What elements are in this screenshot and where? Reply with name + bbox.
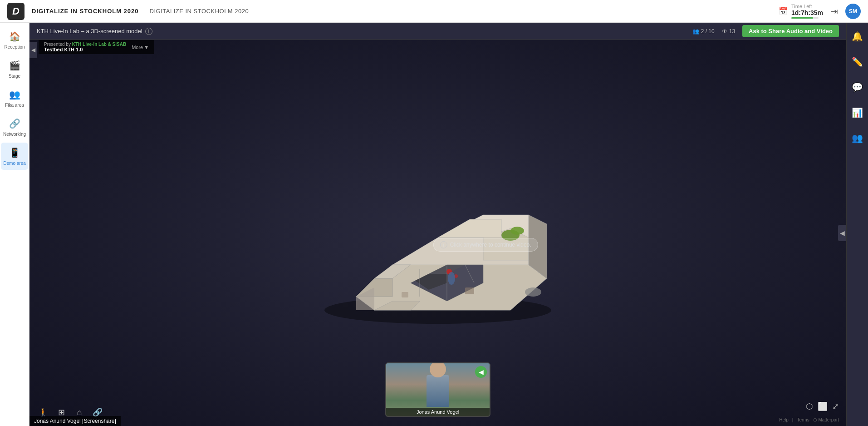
presented-by-text: Presented by KTH Live-In Lab & SISAB: [44, 42, 126, 47]
right-icon-chat[interactable]: 💬: [849, 79, 866, 95]
mute-button[interactable]: ◀: [475, 366, 487, 378]
video-speaker-name: Jonas Anund Vogel: [386, 408, 490, 416]
sidebar-item-stage[interactable]: 🎬 Stage: [1, 55, 28, 83]
fika-icon: 👥: [8, 88, 21, 101]
presenter-info: Presented by KTH Live-In Lab & SISAB Tes…: [44, 42, 126, 52]
sidebar-item-fika[interactable]: 👥 Fika area: [1, 84, 28, 112]
logo-letter: D: [12, 5, 20, 17]
networking-label: Networking: [3, 132, 26, 137]
left-sidebar: 🏠 Reception 🎬 Stage 👥 Fika area 🔗 Networ…: [0, 23, 29, 426]
model-name: Testbed KTH 1.0: [44, 47, 126, 52]
attendees-badge: 👥 2 / 10: [692, 28, 715, 35]
time-bar-fill: [791, 17, 813, 19]
exit-button[interactable]: ⇥: [830, 6, 838, 17]
logo: D: [7, 3, 25, 20]
time-left-value: 1d:7h:35m: [791, 9, 823, 16]
presentation-title: KTH Live-In Lab – a 3D-screened model i: [37, 28, 692, 35]
info-circle: i: [440, 241, 447, 248]
top-bar: D DIGITALIZE IN STOCKHOLM 2020 DIGITALIZ…: [0, 0, 868, 23]
3d-model-svg[interactable]: [311, 138, 565, 328]
right-icon-people[interactable]: 👥: [849, 130, 866, 146]
top-bar-right: 📅 Time Left 1d:7h:35m ⇥ SM: [779, 4, 861, 19]
attribution: Help | Terms ⬡ Matterport: [779, 417, 839, 422]
viewer-area[interactable]: ◀ Presented by KTH Live-In Lab & SISAB T…: [29, 40, 846, 426]
svg-marker-16: [438, 219, 501, 238]
collapse-panel-button[interactable]: ◀: [29, 42, 37, 58]
svg-rect-18: [465, 287, 474, 294]
presenter-name: KTH Live-In Lab & SISAB: [72, 42, 126, 47]
app-title: DIGITALIZE IN STOCKHOLM 2020: [32, 8, 139, 15]
reception-label: Reception: [4, 45, 25, 50]
sidebar-item-demo[interactable]: 📱 Demo area: [1, 143, 28, 170]
stage-icon: 🎬: [8, 59, 21, 72]
presentation-bar: KTH Live-In Lab – a 3D-screened model i …: [29, 23, 846, 40]
model-canvas[interactable]: ◀ Presented by KTH Live-In Lab & SISAB T…: [29, 40, 846, 426]
right-sidebar: 🔔 ✏️ 💬 📊 👥: [846, 23, 868, 426]
vr-icon[interactable]: ⬜: [818, 401, 828, 411]
attendees-icon: 👥: [692, 28, 699, 35]
share-icon[interactable]: ⬡: [806, 401, 813, 411]
sidebar-item-reception[interactable]: 🏠 Reception: [1, 26, 28, 54]
right-icon-pencil[interactable]: ✏️: [849, 54, 866, 70]
reception-icon: 🏠: [8, 30, 21, 43]
svg-point-15: [525, 287, 541, 297]
stage-label: Stage: [9, 74, 20, 79]
event-title: DIGITALIZE IN STOCKHOLM 2020: [150, 8, 249, 15]
click-tooltip-text: Click anywhere to continue video.: [450, 242, 531, 248]
pres-right: 👥 2 / 10 👁 13 Ask to Share Audio and Vid…: [692, 25, 839, 37]
svg-point-14: [510, 227, 524, 235]
networking-icon: 🔗: [8, 117, 21, 130]
views-icon: 👁: [722, 28, 727, 35]
click-tooltip[interactable]: i Click anywhere to continue video.: [433, 238, 538, 252]
time-left-info: Time Left 1d:7h:35m: [791, 4, 823, 19]
views-count: 13: [729, 28, 735, 35]
ask-share-button[interactable]: Ask to Share Audio and Video: [742, 25, 839, 37]
time-bar: [791, 17, 819, 19]
terms-link[interactable]: Terms: [797, 417, 809, 422]
matterport-brand: ⬡ Matterport: [813, 417, 839, 422]
more-button[interactable]: More ▼: [132, 45, 149, 50]
right-icon-chart[interactable]: 📊: [849, 104, 866, 121]
presented-by-bar: Presented by KTH Live-In Lab & SISAB Tes…: [39, 40, 154, 54]
main-content: 🏠 Reception 🎬 Stage 👥 Fika area 🔗 Networ…: [0, 23, 868, 426]
help-link[interactable]: Help: [779, 417, 789, 422]
sidebar-item-networking[interactable]: 🔗 Networking: [1, 114, 28, 141]
time-left-block: 📅 Time Left 1d:7h:35m: [779, 4, 823, 19]
attendees-count: 2 / 10: [701, 28, 715, 35]
right-icon-bell[interactable]: 🔔: [849, 28, 866, 45]
video-thumbnail: ◀ Jonas Anund Vogel: [385, 362, 490, 417]
fika-label: Fika area: [5, 103, 24, 108]
calendar-icon: 📅: [779, 7, 788, 15]
fullscreen-icon[interactable]: ⤢: [832, 401, 839, 411]
time-left-label: Time Left: [791, 4, 823, 9]
speaker-label: Jonas Anund Vogel [Screenshare]: [29, 416, 121, 426]
right-collapse-button[interactable]: ◀: [838, 225, 846, 241]
demo-icon: 📱: [8, 146, 21, 159]
center-area: KTH Live-In Lab – a 3D-screened model i …: [29, 23, 846, 426]
user-avatar[interactable]: SM: [845, 4, 861, 19]
viewer-toolbar-right: ⬡ ⬜ ⤢: [806, 401, 839, 411]
mute-icon: ◀: [479, 368, 484, 376]
demo-label: Demo area: [3, 161, 25, 166]
views-badge: 👁 13: [722, 28, 735, 35]
svg-point-22: [448, 272, 455, 285]
svg-rect-19: [402, 292, 408, 297]
info-icon[interactable]: i: [145, 28, 152, 35]
